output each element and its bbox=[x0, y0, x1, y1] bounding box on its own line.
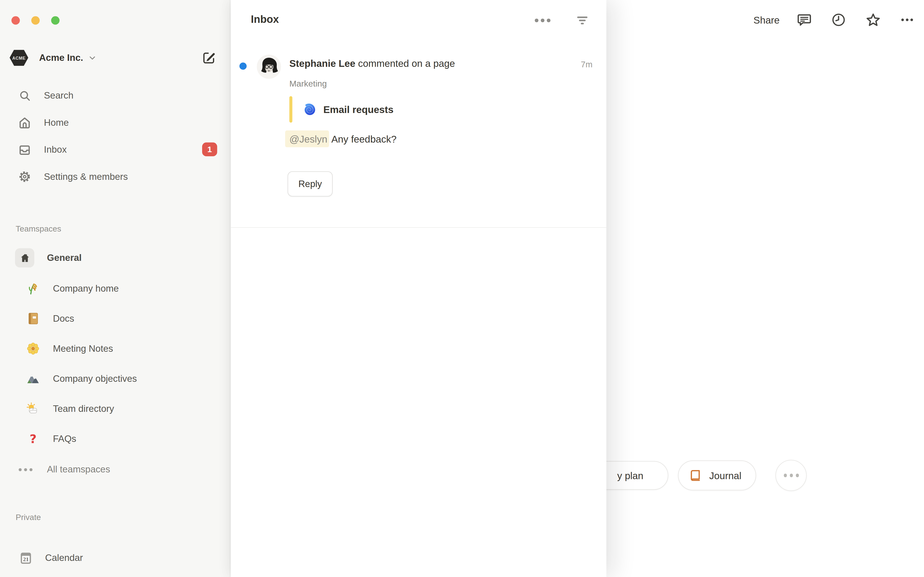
private-section-header: Private bbox=[16, 513, 41, 522]
sidebar-item-general[interactable]: General bbox=[7, 245, 223, 271]
journal-chip-label: Journal bbox=[709, 470, 741, 481]
page-reference[interactable]: Email requests bbox=[289, 96, 394, 122]
sidebar-item-settings[interactable]: Settings & members bbox=[7, 165, 223, 189]
sidebar-item-faqs[interactable]: ? FAQs bbox=[7, 426, 223, 451]
teamspace-label: General bbox=[47, 253, 82, 263]
avatar bbox=[257, 55, 281, 79]
sidebar-item-inbox[interactable]: Inbox 1 bbox=[7, 138, 223, 162]
comment-icon[interactable] bbox=[795, 11, 813, 29]
svg-text:21: 21 bbox=[23, 556, 29, 562]
teamspace-label: Meeting Notes bbox=[53, 343, 113, 354]
blossom-icon bbox=[26, 342, 40, 356]
notification-item[interactable]: Stephanie Lee commented on a page 7m Mar… bbox=[231, 47, 606, 228]
page-topbar: Share bbox=[753, 0, 924, 40]
notebook-icon bbox=[26, 311, 40, 326]
sidebar-item-label: Home bbox=[44, 117, 69, 128]
app-window: ACME Acme Inc. Search bbox=[0, 0, 924, 577]
sidebar-item-home[interactable]: Home bbox=[7, 111, 223, 135]
quote-bar bbox=[289, 96, 292, 122]
sidebar: ACME Acme Inc. Search bbox=[0, 0, 231, 577]
private-item-label: Calendar bbox=[45, 553, 83, 563]
house-icon bbox=[15, 248, 34, 268]
mountain-icon bbox=[26, 371, 40, 386]
reply-button[interactable]: Reply bbox=[288, 171, 333, 197]
sun-behind-cloud-icon bbox=[26, 401, 40, 416]
actor-name: Stephanie Lee bbox=[289, 58, 355, 69]
sidebar-item-company-home[interactable]: Company home bbox=[7, 276, 223, 301]
minimize-window-button[interactable] bbox=[31, 16, 40, 25]
mention[interactable]: @Jeslyn bbox=[285, 131, 329, 147]
calendar-icon: 21 bbox=[19, 551, 33, 565]
comment-text: @Jeslyn Any feedback? bbox=[285, 134, 397, 145]
sidebar-nav: Search Home Inbox 1 Settings & members bbox=[0, 81, 231, 192]
workspace-logo: ACME bbox=[10, 50, 28, 66]
sidebar-item-company-objectives[interactable]: Company objectives bbox=[7, 366, 223, 392]
teamspace-label: Company objectives bbox=[53, 373, 137, 384]
inbox-popover: Inbox bbox=[231, 0, 606, 577]
cyclone-icon bbox=[302, 102, 316, 116]
sidebar-item-label: Settings & members bbox=[44, 171, 128, 182]
teamspace-label: Docs bbox=[53, 313, 74, 324]
action-text: commented on a page bbox=[355, 58, 455, 69]
sidebar-item-label: Search bbox=[44, 90, 74, 101]
teamspace-label: Company home bbox=[53, 283, 119, 294]
teamspace-label: FAQs bbox=[53, 434, 76, 444]
question-mark-icon: ? bbox=[26, 432, 40, 446]
sidebar-item-search[interactable]: Search bbox=[7, 84, 223, 108]
teamspaces-section-header: Teamspaces bbox=[16, 224, 61, 234]
notification-title: Stephanie Lee commented on a page bbox=[289, 58, 530, 69]
ellipsis-icon[interactable] bbox=[898, 11, 916, 29]
inbox-title: Inbox bbox=[251, 13, 279, 26]
sidebar-item-docs[interactable]: Docs bbox=[7, 306, 223, 331]
unread-dot bbox=[239, 63, 247, 70]
sheaf-of-rice-icon bbox=[26, 281, 40, 296]
search-icon bbox=[18, 89, 31, 102]
filter-icon[interactable] bbox=[574, 12, 591, 29]
ellipsis-icon[interactable] bbox=[534, 12, 551, 29]
page-template-chips: y plan Journal bbox=[575, 460, 807, 490]
zoom-window-button[interactable] bbox=[51, 16, 60, 25]
inbox-popover-header: Inbox bbox=[231, 0, 606, 40]
workspace-switcher[interactable]: ACME Acme Inc. bbox=[10, 48, 221, 68]
sidebar-item-calendar[interactable]: 21 Calendar bbox=[7, 545, 223, 571]
compose-icon[interactable] bbox=[200, 49, 217, 66]
notification-workspace: Marketing bbox=[289, 79, 327, 89]
comment-body: Any feedback? bbox=[329, 134, 397, 144]
page-title: Email requests bbox=[323, 104, 394, 115]
teamspace-label: Team directory bbox=[53, 403, 114, 414]
workspace-name: Acme Inc. bbox=[39, 52, 83, 63]
clock-icon[interactable] bbox=[830, 11, 848, 29]
journal-book-icon bbox=[690, 469, 703, 482]
inbox-icon bbox=[18, 143, 31, 156]
gear-icon bbox=[18, 170, 31, 184]
sidebar-item-meeting-notes[interactable]: Meeting Notes bbox=[7, 336, 223, 361]
share-button[interactable]: Share bbox=[753, 14, 780, 26]
more-templates-button[interactable] bbox=[776, 460, 807, 491]
window-controls bbox=[11, 16, 60, 25]
close-window-button[interactable] bbox=[11, 16, 20, 25]
notification-time: 7m bbox=[581, 60, 593, 69]
chevron-down-icon bbox=[89, 54, 97, 62]
ellipsis-icon bbox=[784, 474, 799, 477]
star-icon[interactable] bbox=[864, 11, 882, 29]
journal-chip[interactable]: Journal bbox=[678, 460, 756, 490]
all-teamspaces-label: All teamspaces bbox=[47, 464, 110, 475]
sidebar-item-all-teamspaces[interactable]: All teamspaces bbox=[7, 457, 223, 482]
home-icon bbox=[18, 116, 31, 129]
ellipsis-icon bbox=[19, 468, 33, 471]
sidebar-item-team-directory[interactable]: Team directory bbox=[7, 396, 223, 421]
inbox-unread-badge: 1 bbox=[202, 143, 217, 156]
sidebar-item-label: Inbox bbox=[44, 144, 67, 155]
plan-chip-label: y plan bbox=[617, 470, 643, 481]
